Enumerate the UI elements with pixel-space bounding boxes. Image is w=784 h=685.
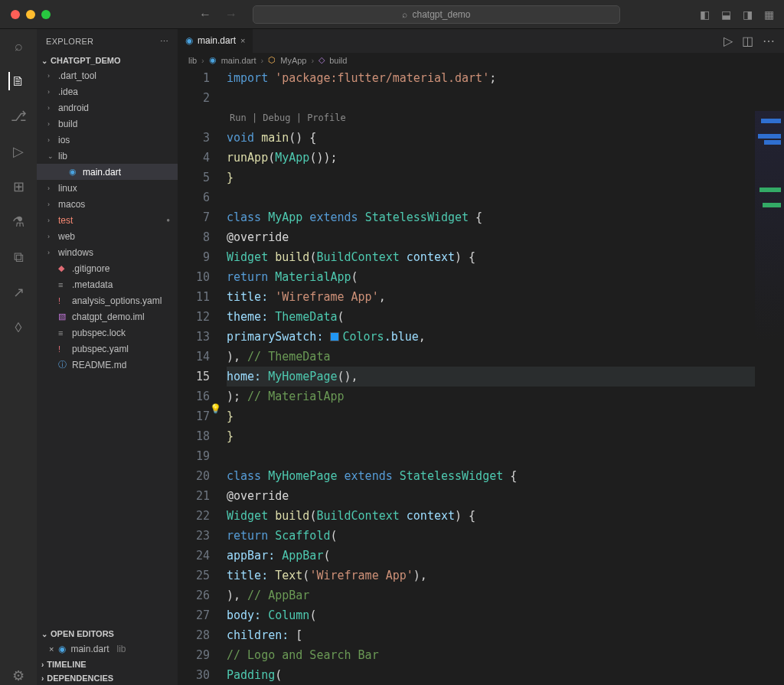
explorer-activity-icon[interactable]: 🗎 bbox=[8, 72, 27, 90]
toggle-secondary-sidebar-icon[interactable]: ◨ bbox=[741, 8, 753, 21]
file-item[interactable]: ▧chatgpt_demo.iml bbox=[37, 308, 178, 325]
file-item[interactable]: ≡.metadata bbox=[37, 276, 178, 292]
file-item[interactable]: ◉main.dart bbox=[37, 164, 178, 180]
timeline-section[interactable]: › TIMELINE bbox=[37, 657, 178, 671]
tree-item-label: macos bbox=[58, 199, 85, 210]
folder-item[interactable]: ›windows bbox=[37, 244, 178, 260]
search-activity-icon[interactable]: ⌕ bbox=[9, 37, 28, 55]
editor-group: ◉ main.dart × ▷ ◫ ⋯ lib › ◉ main.dart › … bbox=[178, 29, 784, 685]
close-icon[interactable]: × bbox=[240, 36, 245, 45]
open-editor-item[interactable]: × ◉ main.dart lib bbox=[37, 641, 178, 657]
sidebar: EXPLORER ⋯ ⌄ CHATGPT_DEMO ›.dart_tool›.i… bbox=[37, 29, 178, 685]
chevron-down-icon: ⌄ bbox=[47, 152, 55, 160]
folder-item[interactable]: ›android bbox=[37, 99, 178, 116]
maximize-window-button[interactable] bbox=[41, 10, 51, 19]
class-icon: ⬡ bbox=[268, 55, 276, 65]
dart-file-icon: ◉ bbox=[209, 55, 217, 65]
breadcrumbs[interactable]: lib › ◉ main.dart › ⬡ MyApp › ◇ build bbox=[178, 53, 784, 68]
minimap[interactable] bbox=[755, 111, 784, 494]
chevron-right-icon: › bbox=[41, 674, 44, 683]
dependencies-label: DEPENDENCIES bbox=[47, 674, 113, 683]
tree-item-label: .gitignore bbox=[72, 263, 109, 274]
close-window-button[interactable] bbox=[11, 10, 20, 19]
code-content[interactable]: import 'package:flutter/material.dart';R… bbox=[224, 68, 784, 685]
more-actions-icon[interactable]: ⋯ bbox=[160, 37, 168, 47]
tree-item-label: lib bbox=[58, 151, 67, 161]
back-button[interactable]: ← bbox=[199, 8, 211, 21]
file-item[interactable]: !analysis_options.yaml bbox=[37, 292, 178, 308]
toggle-panel-icon[interactable]: ⬓ bbox=[720, 8, 732, 21]
folder-item[interactable]: ›test● bbox=[37, 212, 178, 228]
close-icon[interactable]: × bbox=[49, 644, 54, 654]
extensions-activity-icon[interactable]: ⊞ bbox=[9, 178, 28, 196]
file-item[interactable]: !pubspec.yaml bbox=[37, 341, 178, 357]
breadcrumb-item[interactable]: lib bbox=[188, 56, 197, 65]
customize-layout-icon[interactable]: ▦ bbox=[763, 8, 775, 21]
settings-gear-icon[interactable]: ⚙ bbox=[9, 667, 28, 685]
project-name: CHATGPT_DEMO bbox=[51, 56, 120, 65]
file-item[interactable]: ◆.gitignore bbox=[37, 260, 178, 276]
nav-arrows: ← → bbox=[199, 8, 237, 21]
tree-item-label: .dart_tool bbox=[58, 70, 96, 81]
command-center-label: chatgpt_demo bbox=[412, 9, 470, 20]
chevron-right-icon: › bbox=[41, 661, 44, 669]
tab-main-dart[interactable]: ◉ main.dart × bbox=[178, 29, 253, 53]
folder-item[interactable]: ›.idea bbox=[37, 83, 178, 99]
breadcrumb-item[interactable]: build bbox=[329, 56, 347, 65]
minimize-window-button[interactable] bbox=[26, 10, 35, 19]
chevron-down-icon: ⌄ bbox=[41, 57, 47, 65]
split-editor-icon[interactable]: ◫ bbox=[742, 34, 753, 48]
editor-tabs: ◉ main.dart × ▷ ◫ ⋯ bbox=[178, 29, 784, 53]
tree-item-label: pubspec.yaml bbox=[72, 344, 129, 354]
file-item[interactable]: ⓘREADME.md bbox=[37, 357, 178, 373]
dart-file-icon: ◉ bbox=[185, 35, 193, 46]
folder-item[interactable]: ›web bbox=[37, 228, 178, 244]
yaml-file-icon: ! bbox=[58, 296, 69, 305]
tree-item-label: android bbox=[58, 103, 89, 113]
code-editor[interactable]: 1234567891011121314151617181920212223242… bbox=[178, 68, 784, 685]
activity-bar: ⌕ 🗎 ⎇ ▷ ⊞ ⚗ ⧉ ↗ ◊ ⚙ bbox=[0, 29, 37, 685]
folder-item[interactable]: ›macos bbox=[37, 196, 178, 212]
source-control-activity-icon[interactable]: ⎇ bbox=[9, 107, 28, 126]
chevron-right-icon: › bbox=[47, 249, 55, 256]
tree-item-label: build bbox=[58, 119, 77, 129]
dependencies-section[interactable]: › DEPENDENCIES bbox=[37, 671, 178, 685]
open-editors-label: OPEN EDITORS bbox=[51, 629, 114, 638]
open-editor-dir: lib bbox=[116, 644, 126, 654]
testing-activity-icon[interactable]: ⚗ bbox=[9, 213, 28, 231]
layout-controls: ◧ ⬓ ◨ ▦ bbox=[698, 8, 784, 21]
open-editors-section[interactable]: ⌄ OPEN EDITORS bbox=[37, 627, 178, 641]
folder-item[interactable]: ›.dart_tool bbox=[37, 67, 178, 83]
breadcrumb-item[interactable]: MyApp bbox=[280, 56, 306, 65]
tree-item-label: ios bbox=[58, 135, 70, 145]
folder-item[interactable]: ›linux bbox=[37, 180, 178, 196]
toggle-primary-sidebar-icon[interactable]: ◧ bbox=[698, 8, 710, 21]
lightbulb-icon[interactable]: 💡 bbox=[210, 399, 221, 419]
chevron-right-icon: › bbox=[47, 184, 55, 192]
run-debug-activity-icon[interactable]: ▷ bbox=[9, 142, 28, 161]
line-numbers: 1234567891011121314151617181920212223242… bbox=[178, 68, 224, 685]
breadcrumb-item[interactable]: main.dart bbox=[221, 56, 256, 65]
remote-activity-icon[interactable]: ⧉ bbox=[9, 248, 28, 266]
command-center[interactable]: ⌕ chatgpt_demo bbox=[253, 5, 620, 24]
run-icon[interactable]: ▷ bbox=[724, 34, 733, 48]
more-actions-icon[interactable]: ⋯ bbox=[763, 34, 775, 48]
modified-indicator-icon: ● bbox=[166, 217, 170, 223]
tree-item-label: windows bbox=[58, 247, 93, 258]
flutter-activity-icon[interactable]: ◊ bbox=[9, 318, 28, 337]
folder-item[interactable]: ⌄lib bbox=[37, 148, 178, 164]
code-lens[interactable]: Run | Debug | Profile bbox=[227, 108, 784, 128]
file-item[interactable]: ≡pubspec.lock bbox=[37, 325, 178, 341]
dart-file-icon: ◉ bbox=[58, 644, 66, 654]
tree-item-label: .metadata bbox=[72, 279, 113, 290]
tree-item-label: analysis_options.yaml bbox=[72, 295, 162, 306]
folder-item[interactable]: ›ios bbox=[37, 132, 178, 148]
share-activity-icon[interactable]: ↗ bbox=[9, 283, 28, 302]
forward-button[interactable]: → bbox=[225, 8, 237, 21]
editor-actions: ▷ ◫ ⋯ bbox=[724, 29, 784, 53]
tab-label: main.dart bbox=[198, 35, 236, 46]
chevron-right-icon: › bbox=[47, 233, 55, 240]
project-root[interactable]: ⌄ CHATGPT_DEMO bbox=[37, 54, 178, 67]
folder-item[interactable]: ›build bbox=[37, 116, 178, 132]
chevron-right-icon: › bbox=[261, 56, 264, 65]
